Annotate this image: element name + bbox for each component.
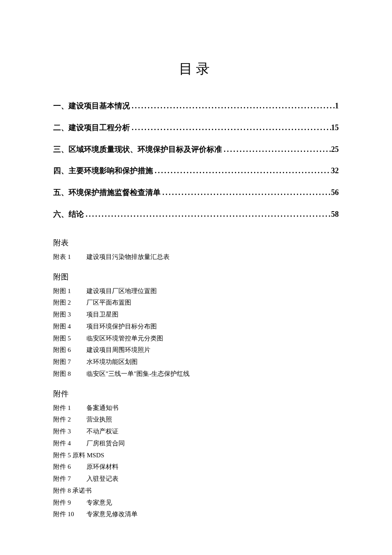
item-val: 专家意见修改清单 bbox=[86, 509, 138, 520]
item-key: 附件 10 bbox=[53, 509, 86, 520]
toc-row: 六、结论 ...................................… bbox=[53, 208, 339, 221]
item-key: 附表 1 bbox=[53, 251, 86, 263]
toc-label: 四、主要环境影响和保护措施 bbox=[53, 165, 153, 177]
toc-page: 1 bbox=[335, 100, 339, 112]
item-key: 附件 1 bbox=[53, 402, 86, 414]
list-item: 附件 3 不动产权证 bbox=[53, 426, 339, 438]
toc-label: 三、区域环境质量现状、环境保护目标及评价标准 bbox=[53, 143, 222, 156]
toc-main: 一、建设项目基本情况 .............................… bbox=[53, 100, 339, 221]
toc-label: 六、结论 bbox=[53, 208, 84, 221]
item-key: 附图 1 bbox=[53, 285, 86, 297]
toc-dots: ........................................… bbox=[130, 100, 335, 112]
toc-row: 二、建设项目工程分析 .............................… bbox=[53, 122, 339, 134]
toc-dots: ........................................… bbox=[153, 165, 331, 177]
list-item: 附图 1 建设项目厂区地理位置图 bbox=[53, 285, 339, 297]
item-val: 原环保材料 bbox=[86, 461, 118, 473]
item-key: 附图 4 bbox=[53, 321, 86, 333]
item-key: 附件 2 bbox=[53, 414, 86, 426]
item-key: 附件 4 bbox=[53, 438, 86, 450]
item-val: 水环境功能区划图 bbox=[86, 356, 138, 368]
list-item: 附件 5 原料 MSDS bbox=[53, 450, 339, 462]
list-item: 附图 3 项目卫星图 bbox=[53, 309, 339, 321]
toc-page: 32 bbox=[331, 165, 339, 177]
list-item: 附图 7 水环境功能区划图 bbox=[53, 356, 339, 368]
fubiao-list: 附表 1 建设项目污染物排放量汇总表 bbox=[53, 251, 339, 263]
item-key: 附图 2 bbox=[53, 297, 86, 309]
item-val: 建设项目污染物排放量汇总表 bbox=[86, 251, 170, 263]
item-val: 厂房租赁合同 bbox=[86, 438, 125, 450]
toc-label: 二、建设项目工程分析 bbox=[53, 122, 130, 134]
list-item: 附图 8 临安区"三线一单"图集-生态保护红线 bbox=[53, 368, 339, 380]
toc-row: 五、环境保护措施监督检查清单 .........................… bbox=[53, 186, 339, 199]
item-val: 不动产权证 bbox=[86, 426, 118, 438]
item-key: 附件 9 bbox=[53, 497, 86, 509]
toc-dots: ........................................… bbox=[222, 143, 331, 156]
item-val: 临安区环境管控单元分类图 bbox=[86, 333, 163, 345]
item-key: 附图 6 bbox=[53, 344, 86, 356]
list-item: 附件 2 营业执照 bbox=[53, 414, 339, 426]
list-item: 附件 8 承诺书 bbox=[53, 485, 339, 497]
list-item: 附件 1 备案通知书 bbox=[53, 402, 339, 414]
section-heading-fujian: 附件 bbox=[53, 389, 339, 399]
item-key: 附图 7 bbox=[53, 356, 86, 368]
list-item: 附件 4 厂房租赁合同 bbox=[53, 438, 339, 450]
toc-page: 58 bbox=[331, 208, 339, 221]
list-item: 附图 6 建设项目周围环境照片 bbox=[53, 344, 339, 356]
item-key: 附件 7 bbox=[53, 473, 86, 485]
fujian-list: 附件 1 备案通知书 附件 2 营业执照 附件 3 不动产权证 附件 4 厂房租… bbox=[53, 402, 339, 521]
item-key: 附图 8 bbox=[53, 368, 86, 380]
list-item: 附表 1 建设项目污染物排放量汇总表 bbox=[53, 251, 339, 263]
toc-page: 56 bbox=[331, 186, 339, 199]
toc-row: 四、主要环境影响和保护措施 ..........................… bbox=[53, 165, 339, 177]
toc-dots: ........................................… bbox=[130, 122, 331, 134]
futu-list: 附图 1 建设项目厂区地理位置图 附图 2 厂区平面布置图 附图 3 项目卫星图… bbox=[53, 285, 339, 380]
item-key: 附图 5 bbox=[53, 333, 86, 345]
item-val: 项目环境保护目标分布图 bbox=[86, 321, 157, 333]
item-val: 临安区"三线一单"图集-生态保护红线 bbox=[86, 368, 190, 380]
list-item: 附图 5 临安区环境管控单元分类图 bbox=[53, 333, 339, 345]
item-key: 附件 3 bbox=[53, 426, 86, 438]
item-val: 专家意见 bbox=[86, 497, 112, 509]
page-title: 目录 bbox=[53, 60, 339, 78]
toc-label: 一、建设项目基本情况 bbox=[53, 100, 130, 112]
item-val: 营业执照 bbox=[86, 414, 112, 426]
list-item: 附图 2 厂区平面布置图 bbox=[53, 297, 339, 309]
item-val: 备案通知书 bbox=[86, 402, 118, 414]
item-key: 附件 6 bbox=[53, 461, 86, 473]
toc-label: 五、环境保护措施监督检查清单 bbox=[53, 186, 161, 199]
toc-page: 25 bbox=[331, 143, 339, 156]
item-val: 入驻登记表 bbox=[86, 473, 118, 485]
section-heading-futu: 附图 bbox=[53, 272, 339, 282]
section-heading-fubiao: 附表 bbox=[53, 238, 339, 248]
toc-page: 15 bbox=[331, 122, 339, 134]
item-val: 厂区平面布置图 bbox=[86, 297, 131, 309]
toc-dots: ........................................… bbox=[161, 186, 331, 199]
list-item: 附图 4 项目环境保护目标分布图 bbox=[53, 321, 339, 333]
toc-dots: ........................................… bbox=[84, 208, 331, 221]
toc-row: 一、建设项目基本情况 .............................… bbox=[53, 100, 339, 112]
item-val: 项目卫星图 bbox=[86, 309, 118, 321]
toc-row: 三、区域环境质量现状、环境保护目标及评价标准 .................… bbox=[53, 143, 339, 156]
list-item: 附件 7 入驻登记表 bbox=[53, 473, 339, 485]
item-val: 建设项目厂区地理位置图 bbox=[86, 285, 157, 297]
list-item: 附件 6 原环保材料 bbox=[53, 461, 339, 473]
list-item: 附件 9 专家意见 bbox=[53, 497, 339, 509]
list-item: 附件 10 专家意见修改清单 bbox=[53, 509, 339, 520]
item-val: 建设项目周围环境照片 bbox=[86, 344, 150, 356]
item-key: 附图 3 bbox=[53, 309, 86, 321]
